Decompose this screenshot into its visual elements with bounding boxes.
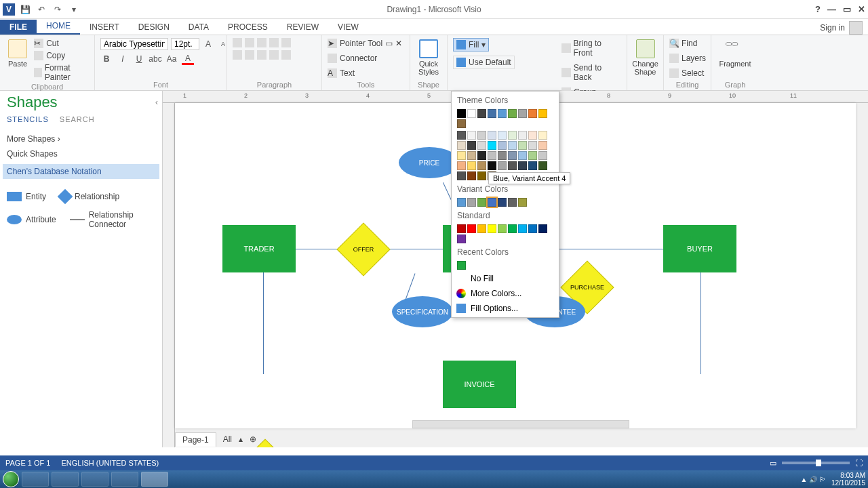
help-icon[interactable]: ? bbox=[815, 4, 821, 14]
color-swatch[interactable] bbox=[538, 161, 547, 170]
task-folder[interactable] bbox=[52, 472, 79, 487]
rel-offer[interactable]: OFFER bbox=[344, 230, 382, 268]
bullets-icon[interactable] bbox=[269, 38, 279, 47]
color-swatch[interactable] bbox=[467, 109, 476, 118]
color-swatch[interactable] bbox=[467, 151, 476, 160]
relationship-shape-stencil[interactable]: Relationship bbox=[60, 191, 119, 202]
fit-page-icon[interactable]: ⛶ bbox=[855, 459, 863, 467]
color-swatch[interactable] bbox=[508, 224, 517, 233]
tab-review[interactable]: REVIEW bbox=[277, 20, 328, 35]
color-swatch[interactable] bbox=[508, 151, 517, 160]
color-swatch[interactable] bbox=[477, 198, 486, 207]
connector-line[interactable] bbox=[701, 272, 701, 374]
find-button[interactable]: 🔍Find bbox=[669, 38, 697, 49]
qat-dropdown-icon[interactable]: ▾ bbox=[68, 3, 80, 16]
color-swatch[interactable] bbox=[457, 141, 466, 150]
task-chrome[interactable] bbox=[81, 472, 108, 487]
horizontal-scrollbar[interactable] bbox=[412, 420, 629, 428]
color-swatch[interactable] bbox=[518, 109, 527, 118]
color-swatch[interactable] bbox=[498, 161, 507, 170]
color-swatch[interactable] bbox=[528, 109, 537, 118]
color-swatch[interactable] bbox=[498, 131, 507, 140]
color-swatch[interactable] bbox=[538, 131, 547, 140]
color-swatch[interactable] bbox=[467, 198, 476, 207]
presentation-icon[interactable]: ▭ bbox=[770, 459, 776, 468]
align-right-icon[interactable] bbox=[257, 50, 267, 60]
attribute-shape-stencil[interactable]: Attribute bbox=[7, 210, 56, 229]
color-swatch[interactable] bbox=[498, 109, 507, 118]
color-swatch[interactable] bbox=[518, 161, 527, 170]
orientation-icon[interactable] bbox=[281, 38, 291, 47]
color-swatch[interactable] bbox=[457, 161, 466, 170]
start-button[interactable] bbox=[3, 471, 19, 487]
color-swatch[interactable] bbox=[508, 131, 517, 140]
color-swatch[interactable] bbox=[467, 161, 476, 170]
color-swatch[interactable] bbox=[467, 171, 476, 180]
stencils-tab[interactable]: STENCILS bbox=[7, 115, 49, 123]
color-swatch[interactable] bbox=[538, 224, 547, 233]
chevron-up-icon[interactable]: ▴ bbox=[239, 434, 243, 444]
color-swatch[interactable] bbox=[498, 224, 507, 233]
attr-specification[interactable]: SPECIFICATION bbox=[392, 296, 453, 327]
color-swatch[interactable] bbox=[518, 224, 527, 233]
tab-insert[interactable]: INSERT bbox=[80, 20, 129, 35]
color-swatch[interactable] bbox=[538, 151, 547, 160]
new-page-icon[interactable]: ⊕ bbox=[250, 434, 256, 444]
font-size-input[interactable] bbox=[171, 38, 199, 50]
color-swatch[interactable] bbox=[528, 161, 537, 170]
rel-receive[interactable]: RECEIVE bbox=[246, 447, 284, 447]
fragment-button[interactable]: ⬭⬭ Fragment bbox=[717, 38, 753, 69]
color-swatch[interactable] bbox=[528, 141, 537, 150]
collapse-icon[interactable]: ‹ bbox=[155, 98, 158, 107]
grow-font-icon[interactable]: A bbox=[202, 38, 214, 50]
color-swatch[interactable] bbox=[498, 198, 507, 207]
bring-front-button[interactable]: Bring to Front bbox=[561, 38, 621, 58]
color-swatch[interactable] bbox=[498, 141, 507, 150]
redo-icon[interactable]: ↷ bbox=[52, 3, 64, 16]
color-swatch[interactable] bbox=[477, 171, 486, 180]
color-swatch[interactable] bbox=[488, 161, 496, 170]
connector-line[interactable] bbox=[263, 272, 264, 374]
color-swatch[interactable] bbox=[457, 109, 466, 118]
color-swatch[interactable] bbox=[457, 171, 466, 180]
color-swatch[interactable] bbox=[528, 224, 537, 233]
tray-icons[interactable]: ▲ 🔊 🏳 bbox=[800, 476, 825, 483]
search-tab[interactable]: SEARCH bbox=[60, 115, 95, 123]
system-tray[interactable]: ▲ 🔊 🏳 8:03 AM 12/10/2015 bbox=[800, 472, 865, 487]
color-swatch[interactable] bbox=[498, 151, 507, 160]
all-pages[interactable]: All bbox=[223, 434, 232, 444]
color-swatch[interactable] bbox=[477, 131, 486, 140]
color-swatch[interactable] bbox=[488, 141, 496, 150]
color-swatch[interactable] bbox=[528, 151, 537, 160]
task-explorer[interactable] bbox=[22, 472, 49, 487]
rect-icon[interactable]: ▭ bbox=[385, 39, 393, 48]
entity-trader[interactable]: TRADER bbox=[222, 225, 296, 272]
restore-icon[interactable]: ▭ bbox=[843, 4, 851, 14]
paste-button[interactable]: Paste bbox=[5, 38, 30, 69]
tab-file[interactable]: FILE bbox=[0, 20, 37, 35]
delete-icon[interactable]: ✕ bbox=[395, 39, 402, 48]
format-painter-button[interactable]: Format Painter bbox=[34, 62, 89, 83]
zoom-slider[interactable] bbox=[782, 462, 850, 464]
pointer-tool-button[interactable]: ➤Pointer Tool▭✕ bbox=[328, 38, 402, 49]
align-mid-icon[interactable] bbox=[245, 38, 254, 47]
color-swatch-hover[interactable] bbox=[488, 198, 496, 207]
undo-icon[interactable]: ↶ bbox=[35, 3, 47, 16]
color-swatch[interactable] bbox=[477, 109, 486, 118]
color-swatch[interactable] bbox=[477, 151, 486, 160]
color-swatch[interactable] bbox=[477, 141, 486, 150]
color-swatch[interactable] bbox=[508, 198, 517, 207]
color-swatch[interactable] bbox=[488, 151, 496, 160]
tab-view[interactable]: VIEW bbox=[328, 20, 368, 35]
align-left-icon[interactable] bbox=[233, 50, 242, 60]
fill-options-item[interactable]: Fill Options... bbox=[453, 301, 557, 316]
layers-button[interactable]: Layers bbox=[669, 53, 706, 64]
save-icon[interactable]: 💾 bbox=[19, 3, 31, 16]
lang-status[interactable]: ENGLISH (UNITED STATES) bbox=[61, 459, 159, 467]
indent-dec-icon[interactable] bbox=[269, 50, 279, 60]
color-swatch[interactable] bbox=[467, 131, 476, 140]
color-swatch[interactable] bbox=[488, 109, 496, 118]
rel-purchase[interactable]: PURCHASE bbox=[568, 268, 606, 306]
align-center-icon[interactable] bbox=[245, 50, 254, 60]
select-button[interactable]: Select bbox=[669, 68, 704, 79]
